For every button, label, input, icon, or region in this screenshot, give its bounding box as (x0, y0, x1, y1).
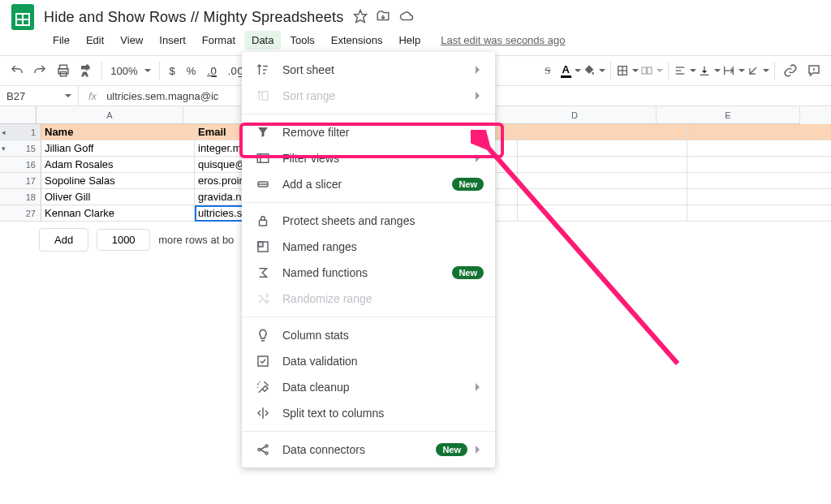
menu-item-named-functions[interactable]: Named functionsNew (242, 260, 495, 286)
menu-item-data-validation[interactable]: Data validation (242, 348, 495, 374)
name-box[interactable]: B27 (0, 86, 79, 106)
cell[interactable] (687, 205, 831, 222)
row-header[interactable]: 17 (0, 173, 41, 189)
cloud-icon[interactable] (398, 9, 415, 26)
named-ranges-icon (255, 239, 271, 255)
menu-item-label: Named ranges (282, 240, 357, 253)
data-menu: Sort sheetSort rangeRemove filterFilter … (242, 52, 495, 467)
row-header[interactable]: ◂1 (0, 124, 41, 140)
svg-rect-22 (257, 154, 269, 163)
add-rows-button[interactable]: Add (39, 228, 88, 252)
currency-button[interactable]: $ (164, 65, 179, 77)
column-header[interactable]: E (657, 106, 800, 124)
cell[interactable]: Jillian Goff (41, 140, 195, 157)
h-align-button[interactable] (674, 59, 696, 82)
menu-item-data-cleanup[interactable]: Data cleanup (242, 374, 495, 400)
cell[interactable] (687, 173, 831, 189)
column-header[interactable]: A (37, 106, 183, 124)
cell[interactable] (687, 189, 831, 205)
comment-button[interactable] (803, 59, 825, 82)
text-color-button[interactable]: A (560, 59, 581, 82)
lock-icon (255, 213, 271, 229)
last-edit-link[interactable]: Last edit was seconds ago (441, 34, 565, 46)
lightbulb-icon (255, 327, 271, 343)
cell[interactable]: Name (41, 124, 195, 140)
separator (774, 62, 775, 80)
menu-item-named-ranges[interactable]: Named ranges (242, 234, 495, 260)
menu-item-split-text-to-columns[interactable]: Split text to columns (242, 400, 495, 426)
menu-item-column-stats[interactable]: Column stats (242, 322, 495, 348)
cell[interactable] (518, 124, 687, 140)
cell[interactable] (518, 189, 687, 205)
menu-view[interactable]: View (113, 31, 150, 50)
expand-rows-icon[interactable]: ▾ (2, 144, 6, 153)
row-header[interactable]: ▾15 (0, 140, 41, 157)
merge-button[interactable] (640, 59, 663, 82)
paint-format-button[interactable] (75, 59, 97, 82)
cell[interactable] (687, 157, 831, 173)
expand-rows-icon[interactable]: ◂ (2, 128, 6, 136)
validation-icon (255, 353, 271, 369)
select-all-corner[interactable] (0, 106, 37, 124)
undo-button[interactable] (6, 59, 28, 82)
row-header[interactable]: 18 (0, 189, 41, 205)
link-button[interactable] (780, 59, 801, 82)
row-header[interactable]: 27 (0, 205, 41, 222)
v-align-button[interactable] (698, 59, 721, 82)
cell[interactable]: Oliver Gill (41, 189, 195, 205)
filter-views-icon (255, 150, 271, 166)
menu-item-protect-sheets-and-ranges[interactable]: Protect sheets and ranges (242, 208, 495, 234)
percent-button[interactable]: % (182, 65, 201, 77)
cell[interactable]: Kennan Clarke (41, 205, 195, 222)
row-header[interactable]: 16 (0, 157, 41, 173)
print-button[interactable] (53, 59, 74, 82)
cell[interactable] (687, 140, 831, 157)
add-rows-suffix: more rows at bo (158, 234, 234, 246)
sheets-logo[interactable] (8, 2, 37, 32)
cell[interactable] (518, 205, 687, 222)
menu-item-data-connectors[interactable]: Data connectorsNew (242, 437, 495, 463)
menu-data[interactable]: Data (244, 31, 281, 50)
strikethrough-button[interactable]: S (537, 59, 558, 82)
decrease-decimal-button[interactable]: .0̲ (202, 65, 222, 77)
menu-edit[interactable]: Edit (79, 31, 111, 50)
menu-file[interactable]: File (45, 31, 77, 50)
redo-button[interactable] (29, 59, 50, 82)
menu-item-label: Named functions (282, 266, 368, 279)
menu-insert[interactable]: Insert (152, 31, 193, 50)
borders-button[interactable] (616, 59, 639, 82)
add-rows-count-input[interactable] (97, 229, 150, 251)
menu-extensions[interactable]: Extensions (324, 31, 390, 50)
new-badge: New (452, 178, 484, 191)
column-header[interactable]: D (493, 106, 657, 124)
move-icon[interactable] (376, 9, 390, 26)
wrap-button[interactable] (722, 59, 745, 82)
menu-item-label: Data validation (282, 355, 358, 368)
star-icon[interactable] (353, 9, 368, 26)
cell[interactable]: Adam Rosales (41, 157, 195, 173)
cell[interactable] (518, 173, 687, 189)
svg-point-8 (592, 72, 595, 75)
menu-tools[interactable]: Tools (282, 31, 321, 50)
menu-item-add-a-slicer[interactable]: Add a slicerNew (242, 171, 495, 197)
formula-bar[interactable]: ultricies.sem.magna@ic (106, 90, 218, 102)
cell[interactable]: Sopoline Salas (41, 173, 195, 189)
menu-item-sort-range: Sort range (242, 83, 495, 109)
menu-item-sort-sheet[interactable]: Sort sheet (242, 57, 495, 83)
zoom-dropdown[interactable]: 100% (107, 65, 153, 77)
sort-range-icon (255, 88, 271, 104)
svg-rect-12 (642, 67, 646, 74)
cleanup-icon (255, 379, 271, 395)
menu-format[interactable]: Format (195, 31, 243, 50)
document-title[interactable]: Hide and Show Rows // Mighty Spreadsheet… (44, 9, 343, 26)
rotate-button[interactable] (747, 59, 769, 82)
fill-color-button[interactable] (583, 59, 605, 82)
svg-point-32 (265, 452, 268, 454)
menu-help[interactable]: Help (391, 31, 428, 50)
cell[interactable] (518, 157, 687, 173)
menu-item-filter-views[interactable]: Filter views (242, 145, 495, 171)
menu-item-remove-filter[interactable]: Remove filter (242, 119, 495, 145)
separator (610, 62, 611, 80)
cell[interactable] (687, 124, 831, 140)
cell[interactable] (518, 140, 687, 157)
